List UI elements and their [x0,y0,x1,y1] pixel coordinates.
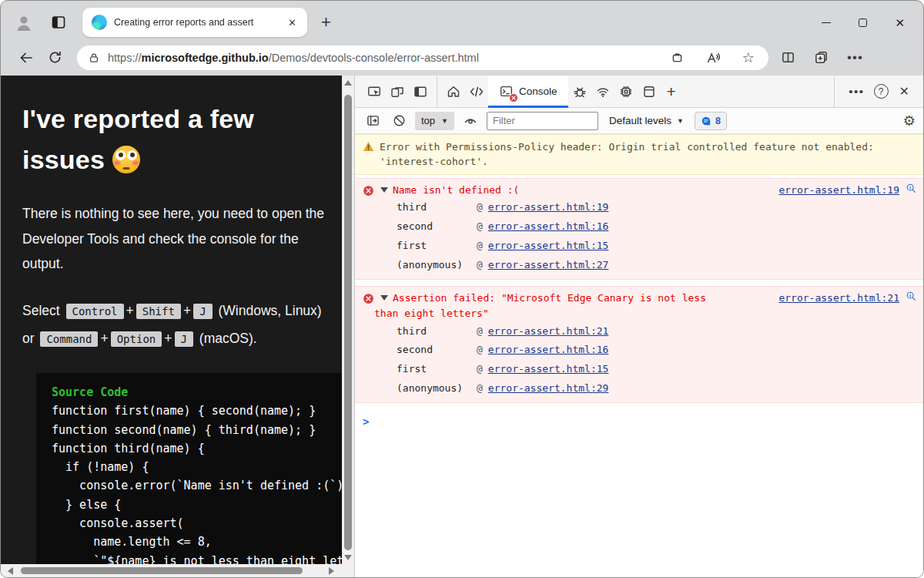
filter-input[interactable] [487,112,598,130]
inspect-element-icon[interactable] [363,80,386,103]
minimize-button[interactable] [822,22,831,23]
debugger-bug-icon[interactable] [568,80,591,103]
source-link[interactable]: error-assert.html:19 [488,200,609,215]
function-name: first [397,361,477,377]
lock-icon[interactable] [88,52,100,64]
welcome-home-icon[interactable] [442,80,465,103]
page-horizontal-scrollbar[interactable] [1,564,342,577]
at-symbol: @ [477,381,483,396]
back-button[interactable] [18,50,34,66]
tab-close-icon[interactable]: ✕ [285,15,300,30]
message-bubble-icon [701,116,711,126]
window-controls: ✕ [822,17,911,29]
clear-console-icon[interactable] [389,111,409,131]
device-emulation-icon[interactable] [386,80,409,103]
log-levels-selector[interactable]: Default levels ▼ [609,115,684,126]
source-link[interactable]: error-assert.html:15 [488,361,609,377]
url-domain: microsoftedge.github.io [142,52,269,64]
at-symbol: @ [477,342,483,358]
profile-avatar[interactable] [13,12,35,33]
web-page: I've reported a few issues There is noth… [1,76,342,564]
collections-icon[interactable] [814,50,829,65]
page-vertical-scrollbar[interactable] [342,76,354,564]
scroll-left-arrow[interactable] [8,567,13,575]
magnifier-icon[interactable] [906,183,917,194]
workspaces-icon[interactable] [50,14,67,31]
source-link[interactable]: error-assert.html:15 [488,238,609,254]
console-error-group: Assertion failed: "Microsoft Edge Canary… [355,286,923,403]
issues-count-button[interactable]: 8 [695,112,727,130]
source-link[interactable]: error-assert.html:21 [778,291,899,306]
address-bar[interactable]: https://microsoftedge.github.io/Demos/de… [77,45,768,70]
viewport: I've reported a few issues There is noth… [1,76,923,577]
performance-chip-icon[interactable] [614,80,638,103]
console-error-badge: ✕ [509,93,518,102]
context-value: top [421,115,435,126]
dock-side-icon[interactable] [409,80,432,103]
horizontal-scroll-thumb[interactable] [21,567,303,574]
function-name: third [397,200,477,215]
function-name: second [397,342,477,358]
console-sidebar-icon[interactable] [363,111,383,131]
magnifier-icon[interactable] [906,291,917,302]
source-link[interactable]: error-assert.html:16 [488,342,609,358]
app-install-icon[interactable] [671,51,684,64]
code-line: console.error(`Name isn't defined :(`) [52,476,342,495]
split-screen-icon[interactable] [781,50,795,65]
code-line: function first(name) { second(name); } [52,402,342,420]
console-settings-gear-icon[interactable]: ⚙ [903,114,916,128]
url-protocol: https:// [108,52,142,64]
browser-tab[interactable]: Creating error reports and assert ✕ [82,8,307,37]
source-link[interactable]: error-assert.html:29 [488,381,609,396]
at-symbol: @ [477,200,483,215]
help-icon[interactable]: ? [874,84,889,99]
scroll-right-arrow[interactable] [329,567,334,575]
expand-triangle-icon[interactable] [380,187,388,193]
expand-triangle-icon[interactable] [380,295,388,301]
console-toolbar: top ▼ Default levels ▼ [355,108,923,134]
elements-tab-icon[interactable] [465,80,488,103]
warning-message: Error with Permissions-Policy header: Or… [380,139,916,169]
shortcut-text: or [22,331,35,346]
stack-frame: second@error-assert.html:16 [363,217,917,237]
chevron-down-icon: ▼ [441,117,448,125]
console-tab-icon: ✕ [499,84,514,99]
source-code-title: Source Code [52,383,342,402]
source-link[interactable]: error-assert.html:19 [778,183,899,198]
live-expression-eye-icon[interactable] [460,111,480,131]
at-symbol: @ [477,324,483,339]
source-link[interactable]: error-assert.html:21 [488,324,609,339]
stack-frame: (anonymous)@error-assert.html:27 [363,255,917,274]
vertical-scroll-thumb[interactable] [344,95,352,550]
scroll-up-arrow[interactable] [344,80,352,86]
console-prompt[interactable]: > [355,409,923,434]
devtools-menu-icon[interactable]: ••• [842,85,870,98]
navigation-bar: https://microsoftedge.github.io/Demos/de… [1,44,923,76]
read-aloud-icon[interactable] [705,51,721,65]
source-link[interactable]: error-assert.html:16 [488,219,609,234]
scroll-down-arrow[interactable] [344,555,352,560]
source-code-block: Source Code function first(name) { secon… [36,373,342,564]
favorites-star-icon[interactable]: ☆ [742,51,755,65]
network-wifi-icon[interactable] [591,80,614,103]
tab-console[interactable]: ✕ Console [488,76,568,108]
close-devtools-icon[interactable]: ✕ [892,84,917,99]
new-tab-button[interactable]: + [321,14,331,31]
error-message-wrap: Assertion failed: "Microsoft Edge Canary… [374,291,713,321]
url-path: /Demos/devtools-console/error-assert.htm… [269,52,479,64]
more-tools-plus-icon[interactable]: + [661,82,682,101]
page-column: I've reported a few issues There is noth… [1,76,354,577]
console-error-group: Name isn't defined :( error-assert.html:… [355,178,923,280]
error-message-wrap: Name isn't defined :( [374,183,519,198]
chevron-down-icon: ▼ [677,117,684,125]
browser-menu-icon[interactable]: ••• [847,51,863,64]
close-window-button[interactable]: ✕ [895,17,905,29]
refresh-button[interactable] [48,50,62,65]
maximize-button[interactable] [859,18,867,27]
application-storage-icon[interactable] [638,80,661,103]
key-j: J [193,304,212,319]
source-link[interactable]: error-assert.html:27 [488,257,609,273]
shortcut-text: (macOS). [199,331,257,346]
context-selector[interactable]: top ▼ [415,112,454,130]
error-circle-icon [363,293,374,304]
